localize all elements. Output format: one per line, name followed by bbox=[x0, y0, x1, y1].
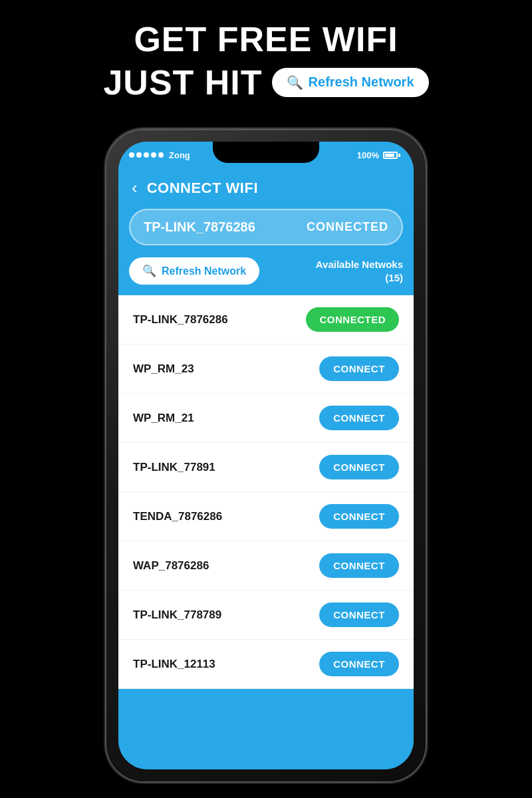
phone-notch bbox=[213, 142, 319, 163]
connect-button[interactable]: CONNECT bbox=[319, 455, 399, 479]
network-list: TP-LINK_7876286CONNECTEDWP_RM_23CONNECTW… bbox=[118, 295, 414, 689]
header-line1: GET FREE WIFI bbox=[0, 20, 532, 60]
connect-button[interactable]: CONNECT bbox=[319, 356, 399, 381]
network-item: TP-LINK_77891CONNECT bbox=[118, 443, 414, 492]
network-name: TP-LINK_12113 bbox=[133, 658, 215, 671]
network-name: TP-LINK_7876286 bbox=[133, 313, 228, 327]
status-right: 100% bbox=[357, 150, 400, 160]
header-area: GET FREE WIFI JUST HIT 🔍 Refresh Network bbox=[0, 20, 532, 102]
nav-title: CONNECT WIFI bbox=[147, 180, 258, 197]
refresh-row: 🔍 Refresh Network Available Netwoks (15) bbox=[118, 255, 414, 295]
connected-button[interactable]: CONNECTED bbox=[306, 307, 399, 332]
phone-shell: Zong 100% ‹ CONNECT WIFI bbox=[106, 130, 426, 781]
header-refresh-label: Refresh Network bbox=[309, 74, 414, 90]
signal-dot-2 bbox=[136, 152, 142, 158]
network-item: TP-LINK_7876286CONNECTED bbox=[118, 295, 414, 344]
header-refresh-badge[interactable]: 🔍 Refresh Network bbox=[272, 68, 429, 97]
signal-dot-3 bbox=[144, 152, 149, 158]
network-name: TP-LINK_778789 bbox=[133, 608, 221, 622]
status-left: Zong bbox=[129, 150, 190, 160]
search-icon: 🔍 bbox=[287, 74, 303, 90]
connect-button[interactable]: CONNECT bbox=[319, 406, 399, 430]
network-item: TENDA_7876286CONNECT bbox=[118, 492, 414, 541]
network-item: WP_RM_23CONNECT bbox=[118, 344, 414, 394]
app-content: ‹ CONNECT WIFI TP-LINK_7876286 CONNECTED… bbox=[118, 168, 414, 769]
nav-bar: ‹ CONNECT WIFI bbox=[118, 168, 414, 205]
connect-button[interactable]: CONNECT bbox=[319, 504, 399, 529]
network-name: WP_RM_23 bbox=[133, 362, 194, 376]
network-name: WP_RM_21 bbox=[133, 412, 194, 425]
network-name: TP-LINK_77891 bbox=[133, 461, 215, 474]
network-item: WAP_7876286CONNECT bbox=[118, 541, 414, 591]
network-item: WP_RM_21CONNECT bbox=[118, 394, 414, 443]
carrier-label: Zong bbox=[169, 150, 190, 160]
battery-percent: 100% bbox=[357, 150, 379, 160]
battery-icon bbox=[383, 152, 400, 159]
network-name: WAP_7876286 bbox=[133, 559, 209, 573]
refresh-button[interactable]: 🔍 Refresh Network bbox=[129, 257, 259, 285]
network-item: TP-LINK_778789CONNECT bbox=[118, 591, 414, 640]
connected-banner: TP-LINK_7876286 CONNECTED bbox=[129, 209, 403, 245]
phone-mockup: Zong 100% ‹ CONNECT WIFI bbox=[106, 130, 426, 781]
available-count: Available Netwoks (15) bbox=[316, 258, 403, 284]
network-item: TP-LINK_12113CONNECT bbox=[118, 640, 414, 689]
connect-button[interactable]: CONNECT bbox=[319, 553, 399, 578]
banner-ssid: TP-LINK_7876286 bbox=[144, 219, 255, 235]
connect-button[interactable]: CONNECT bbox=[319, 602, 399, 627]
phone-screen: Zong 100% ‹ CONNECT WIFI bbox=[118, 142, 414, 769]
signal-dot-1 bbox=[129, 152, 134, 158]
signal-dot-4 bbox=[151, 152, 156, 158]
header-line2: JUST HIT bbox=[103, 63, 262, 102]
refresh-button-label: Refresh Network bbox=[162, 265, 246, 277]
network-name: TENDA_7876286 bbox=[133, 510, 222, 523]
signal-dot-5 bbox=[158, 152, 164, 158]
refresh-search-icon: 🔍 bbox=[142, 264, 156, 278]
available-number: (15) bbox=[385, 272, 403, 283]
connect-button[interactable]: CONNECT bbox=[319, 652, 399, 676]
back-button[interactable]: ‹ bbox=[132, 178, 138, 198]
available-label: Available Netwoks bbox=[316, 259, 403, 270]
banner-status: CONNECTED bbox=[307, 220, 388, 234]
